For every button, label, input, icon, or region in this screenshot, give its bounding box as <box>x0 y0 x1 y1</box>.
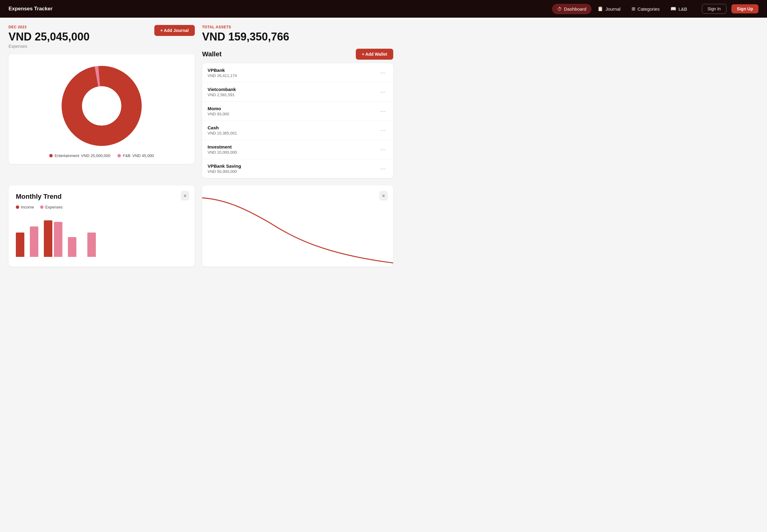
expense-bar <box>30 226 38 257</box>
nav-links: ⏱ Dashboard 📋 Journal ⊞ Categories 📖 L&B <box>552 4 692 14</box>
dashboard-icon: ⏱ <box>557 6 562 12</box>
wallet-item-vpbank: VPBank VND 26,411,174 ··· <box>202 63 393 82</box>
wallet-info: VPBank VND 26,411,174 <box>208 68 237 78</box>
wallet-menu-button[interactable]: ··· <box>379 88 388 96</box>
navbar: Expenses Tracker ⏱ Dashboard 📋 Journal ⊞… <box>0 0 767 18</box>
bottom-section: Monthly Trend ≡ Income Expenses ≡ <box>0 185 402 274</box>
nav-journal[interactable]: 📋 Journal <box>593 4 625 14</box>
bar-group-3 <box>68 237 76 257</box>
donut-svg <box>59 63 144 149</box>
bar-chart-area <box>16 214 187 257</box>
add-journal-button[interactable]: + Add Journal <box>154 25 195 36</box>
period-label: DEC 2023 <box>9 25 89 29</box>
wallet-name: VPBank Saving <box>208 163 241 169</box>
brand: Expenses Tracker <box>9 6 53 12</box>
right-chart-card: ≡ <box>202 185 393 267</box>
wallet-amount: VND 50,000,000 <box>208 169 241 174</box>
main-content: DEC 2023 VND 25,045,000 Expenses + Add J… <box>0 18 402 185</box>
expense-bar <box>68 237 76 257</box>
wallet-title: Wallet <box>202 50 222 58</box>
wallet-amount: VND 10,000,000 <box>208 150 237 155</box>
wallet-item-cash: Cash VND 10,365,001 ··· <box>202 121 393 140</box>
income-label: Income <box>21 205 34 209</box>
monthly-trend-title: Monthly Trend <box>16 193 187 201</box>
donut-chart-card: Entertainment VND 25,000,000 F&B VND 45,… <box>9 54 195 164</box>
income-legend: Income <box>16 205 34 209</box>
expense-bar <box>87 233 96 257</box>
wallet-amount: VND 10,365,001 <box>208 131 237 135</box>
monthly-trend-card: Monthly Trend ≡ Income Expenses <box>9 185 195 267</box>
wallet-info: VPBank Saving VND 50,000,000 <box>208 163 241 174</box>
fnb-value: VND 45,000 <box>132 153 154 158</box>
nav-lb[interactable]: 📖 L&B <box>666 4 692 14</box>
journal-icon: 📋 <box>597 6 603 12</box>
wallet-item-vietcombank: Vietcombank VND 2,581,591 ··· <box>202 82 393 102</box>
wallet-menu-button[interactable]: ··· <box>379 164 388 173</box>
left-header-row: DEC 2023 VND 25,045,000 Expenses + Add J… <box>9 25 195 49</box>
chart-legend: Entertainment VND 25,000,000 F&B VND 45,… <box>49 153 154 158</box>
wallet-name: Investment <box>208 144 237 149</box>
left-panel: DEC 2023 VND 25,045,000 Expenses + Add J… <box>9 25 201 178</box>
right-filter-icon: ≡ <box>382 193 385 198</box>
fnb-dot <box>117 154 121 157</box>
bar-group-0 <box>16 233 24 257</box>
bar-group-2 <box>44 220 62 257</box>
wallet-item-vpbank-saving: VPBank Saving VND 50,000,000 ··· <box>202 159 393 178</box>
categories-icon: ⊞ <box>632 6 636 12</box>
nav-lb-label: L&B <box>678 6 687 12</box>
wallet-header: Wallet + Add Wallet <box>202 49 393 60</box>
signin-button[interactable]: Sign In <box>702 4 727 14</box>
wallet-name: Vietcombank <box>208 87 236 92</box>
signup-button[interactable]: Sign Up <box>731 4 758 13</box>
wallet-menu-button[interactable]: ··· <box>379 68 388 77</box>
income-dot <box>16 205 19 209</box>
right-panel: TOTAL ASSETS VND 159,350,766 Wallet + Ad… <box>201 25 393 178</box>
total-assets-label: TOTAL ASSETS <box>202 25 393 29</box>
wallet-name: Cash <box>208 125 237 130</box>
wallet-menu-button[interactable]: ··· <box>379 107 388 116</box>
wallet-info: Vietcombank VND 2,581,591 <box>208 87 236 97</box>
nav-dashboard[interactable]: ⏱ Dashboard <box>552 4 591 14</box>
line-chart-svg <box>202 185 393 267</box>
total-assets-amount: VND 159,350,766 <box>202 30 393 43</box>
expenses-dot <box>40 205 44 209</box>
bar-group-5 <box>87 233 96 257</box>
nav-journal-label: Journal <box>605 6 620 12</box>
income-bar <box>44 220 52 257</box>
nav-categories-label: Categories <box>638 6 660 12</box>
legend-fnb: F&B VND 45,000 <box>117 153 154 158</box>
expenses-amount: VND 25,045,000 <box>9 30 89 43</box>
wallet-item-momo: Momo VND 93,000 ··· <box>202 102 393 121</box>
lb-icon: 📖 <box>671 6 676 12</box>
bar-group-1 <box>30 226 38 257</box>
expenses-label: Expenses <box>45 205 63 209</box>
wallet-menu-button[interactable]: ··· <box>379 145 388 154</box>
wallet-item-investment: Investment VND 10,000,000 ··· <box>202 140 393 159</box>
nav-dashboard-label: Dashboard <box>564 6 586 12</box>
right-chart-filter-button[interactable]: ≡ <box>379 191 388 201</box>
wallet-name: Momo <box>208 106 229 111</box>
donut-chart <box>59 63 144 149</box>
nav-categories[interactable]: ⊞ Categories <box>627 4 665 14</box>
wallet-info: Cash VND 10,365,001 <box>208 125 237 135</box>
entertainment-value: VND 25,000,000 <box>81 153 110 158</box>
left-header-info: DEC 2023 VND 25,045,000 Expenses <box>9 25 89 49</box>
expense-bar <box>54 222 62 257</box>
wallet-section: Wallet + Add Wallet VPBank VND 26,411,17… <box>202 49 393 178</box>
wallet-info: Investment VND 10,000,000 <box>208 144 237 155</box>
wallet-name: VPBank <box>208 68 237 73</box>
add-wallet-button[interactable]: + Add Wallet <box>356 49 393 60</box>
wallet-amount: VND 2,581,591 <box>208 93 236 97</box>
filter-icon: ≡ <box>184 193 186 198</box>
entertainment-dot <box>49 154 53 157</box>
entertainment-label: Entertainment <box>54 153 79 158</box>
wallet-amount: VND 93,000 <box>208 112 229 116</box>
svg-point-2 <box>82 86 121 126</box>
legend-entertainment: Entertainment VND 25,000,000 <box>49 153 110 158</box>
fnb-label: F&B <box>123 153 130 158</box>
monthly-trend-filter-button[interactable]: ≡ <box>181 191 189 201</box>
wallet-menu-button[interactable]: ··· <box>379 126 388 135</box>
income-bar <box>16 233 24 257</box>
wallet-info: Momo VND 93,000 <box>208 106 229 116</box>
expenses-legend: Expenses <box>40 205 63 209</box>
